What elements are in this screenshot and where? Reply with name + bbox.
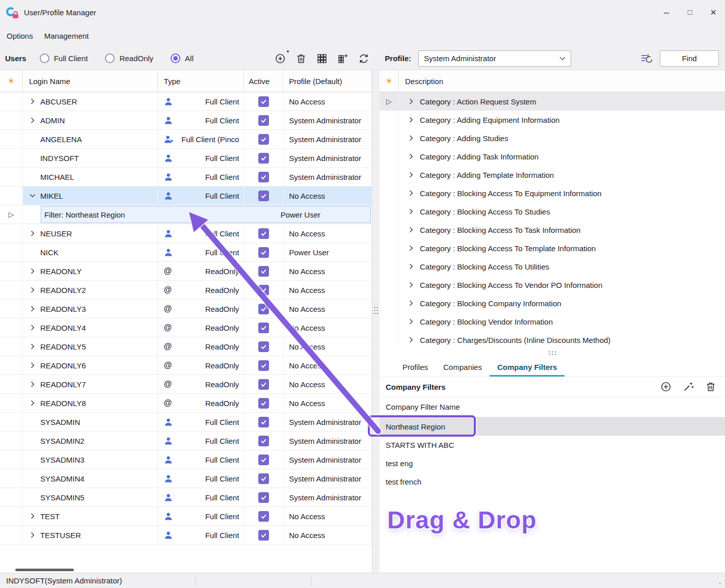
user-row[interactable]: READONLY4 @ ReadOnly No Access xyxy=(0,318,372,337)
active-checkbox[interactable] xyxy=(258,134,269,145)
active-checkbox[interactable] xyxy=(258,455,269,465)
category-row[interactable]: Category : Blocking Access To Vendor PO … xyxy=(380,276,725,294)
active-checkbox[interactable] xyxy=(258,492,269,503)
expand-chevron-icon[interactable] xyxy=(29,306,36,312)
user-row[interactable]: SYSADMIN Full Client System Administrato… xyxy=(0,413,372,432)
expand-chevron-icon[interactable] xyxy=(29,343,36,350)
expand-chevron-icon[interactable] xyxy=(29,287,36,293)
expand-chevron-icon[interactable] xyxy=(408,227,415,233)
expand-chevron-icon[interactable] xyxy=(408,282,415,288)
category-row[interactable]: Category : Blocking Access To Studies xyxy=(380,202,725,221)
company-filter-row[interactable]: Northeast Region xyxy=(380,417,725,436)
active-checkbox[interactable] xyxy=(258,247,269,258)
column-header-type[interactable]: Type xyxy=(158,70,245,92)
column-header-profile-default[interactable]: Profile (Default) xyxy=(283,70,372,92)
user-row[interactable]: SYSADMIN3 Full Client System Administrat… xyxy=(0,450,372,469)
user-row[interactable]: TESTUSER Full Client No Access xyxy=(0,526,372,545)
category-row[interactable]: Category : Blocking Vendor Information xyxy=(380,312,725,331)
user-row[interactable]: MIKEL Full Client No Access xyxy=(0,186,372,205)
category-row[interactable]: Category : Charges/Discounts (Inline Dis… xyxy=(380,331,725,349)
expand-chevron-icon[interactable] xyxy=(29,117,36,123)
active-checkbox[interactable] xyxy=(258,323,269,333)
delete-user-button[interactable] xyxy=(294,52,308,65)
user-row[interactable]: READONLY6 @ ReadOnly No Access xyxy=(0,356,372,375)
close-button[interactable]: × xyxy=(702,0,725,24)
active-checkbox[interactable] xyxy=(258,511,269,522)
add-filter-button[interactable] xyxy=(660,381,672,393)
expand-chevron-icon[interactable] xyxy=(408,263,415,270)
active-checkbox[interactable] xyxy=(258,379,269,390)
expand-chevron-icon[interactable] xyxy=(29,362,36,368)
maximize-button[interactable]: □ xyxy=(678,0,702,24)
active-checkbox[interactable] xyxy=(258,473,269,484)
expand-chevron-icon[interactable] xyxy=(408,153,415,159)
radio-circle[interactable] xyxy=(40,54,49,63)
active-checkbox[interactable] xyxy=(258,360,269,371)
user-row[interactable]: ANGELENA Full Client (Pinco System Admin… xyxy=(0,130,372,149)
company-filter-row[interactable]: test eng xyxy=(380,454,725,472)
active-checkbox[interactable] xyxy=(258,417,269,427)
tab[interactable]: Company Filters xyxy=(490,358,565,377)
user-row[interactable]: ADMIN Full Client System Administrator xyxy=(0,111,372,130)
expand-chevron-icon[interactable] xyxy=(29,268,36,274)
user-row[interactable]: TEST Full Client No Access xyxy=(0,507,372,526)
refresh-button[interactable] xyxy=(357,52,370,65)
active-checkbox[interactable] xyxy=(258,285,269,296)
delete-filter-button[interactable] xyxy=(705,381,717,393)
vertical-splitter[interactable] xyxy=(372,70,380,573)
user-filter-radio[interactable]: Full Client xyxy=(40,54,88,63)
active-checkbox[interactable] xyxy=(258,530,269,541)
tab[interactable]: Profiles xyxy=(395,358,436,377)
active-checkbox[interactable] xyxy=(258,153,269,164)
user-row[interactable]: READONLY8 @ ReadOnly No Access xyxy=(0,394,372,413)
user-row[interactable]: NEUSER Full Client No Access xyxy=(0,224,372,243)
category-row[interactable]: Category : Blocking Access To Equipment … xyxy=(380,184,725,202)
active-checkbox[interactable] xyxy=(258,436,269,446)
expand-chevron-icon[interactable] xyxy=(408,172,415,178)
user-row[interactable]: READONLY @ ReadOnly No Access xyxy=(0,262,372,281)
active-checkbox[interactable] xyxy=(258,228,269,239)
radio-circle[interactable] xyxy=(105,54,115,63)
active-checkbox[interactable] xyxy=(258,304,269,314)
user-filter-radio[interactable]: All xyxy=(171,54,194,63)
expand-chevron-icon[interactable] xyxy=(408,135,415,141)
radio-circle[interactable] xyxy=(171,54,180,63)
user-row[interactable]: MICHAEL Full Client System Administrator xyxy=(0,168,372,186)
active-checkbox[interactable] xyxy=(258,266,269,277)
active-checkbox[interactable] xyxy=(258,172,269,182)
active-checkbox[interactable] xyxy=(258,96,269,107)
category-row[interactable]: ▷ Category : Action Request System xyxy=(380,92,725,111)
tab[interactable]: Companies xyxy=(436,358,490,377)
expand-chevron-icon[interactable] xyxy=(408,245,415,251)
minimize-button[interactable]: – xyxy=(655,0,678,24)
expand-chevron-icon[interactable] xyxy=(408,190,415,196)
category-row[interactable]: Category : Adding Studies xyxy=(380,129,725,147)
user-row[interactable]: NICK Full Client Power User xyxy=(0,243,372,262)
add-user-button[interactable]: ▾ xyxy=(274,52,287,65)
user-row[interactable]: SYSADMIN4 Full Client System Administrat… xyxy=(0,469,372,488)
profile-dropdown[interactable]: System Administrator xyxy=(418,50,571,67)
column-header-active[interactable]: Active xyxy=(244,70,283,92)
expand-chevron-icon[interactable] xyxy=(29,381,36,387)
menu-item[interactable]: Options xyxy=(1,27,39,45)
collapse-chevron-icon[interactable] xyxy=(29,194,36,198)
active-checkbox[interactable] xyxy=(258,115,269,126)
column-header-login-name[interactable]: Login Name xyxy=(23,70,158,92)
user-row[interactable]: READONLY7 @ ReadOnly No Access xyxy=(0,375,372,394)
expand-chevron-icon[interactable] xyxy=(29,98,36,104)
expand-chevron-icon[interactable] xyxy=(29,513,36,519)
expand-chevron-icon[interactable] xyxy=(29,325,36,331)
expand-chevron-icon[interactable] xyxy=(408,117,415,123)
category-row[interactable]: Category : Adding Task Information xyxy=(380,147,725,166)
user-row[interactable]: READONLY3 @ ReadOnly No Access xyxy=(0,300,372,318)
settings-sun-icon[interactable]: ☀ xyxy=(7,76,15,87)
category-row[interactable]: Category : Adding Equipment Information xyxy=(380,111,725,129)
user-row[interactable]: READONLY5 @ ReadOnly No Access xyxy=(0,337,372,356)
find-button[interactable]: Find xyxy=(660,50,719,67)
resize-grip-icon[interactable] xyxy=(715,579,722,586)
add-grid-button[interactable] xyxy=(336,52,350,65)
user-row[interactable]: SYSADMIN5 Full Client System Administrat… xyxy=(0,488,372,507)
expand-chevron-icon[interactable] xyxy=(408,98,415,104)
active-checkbox[interactable] xyxy=(258,191,269,201)
expand-chevron-icon[interactable] xyxy=(408,300,415,306)
